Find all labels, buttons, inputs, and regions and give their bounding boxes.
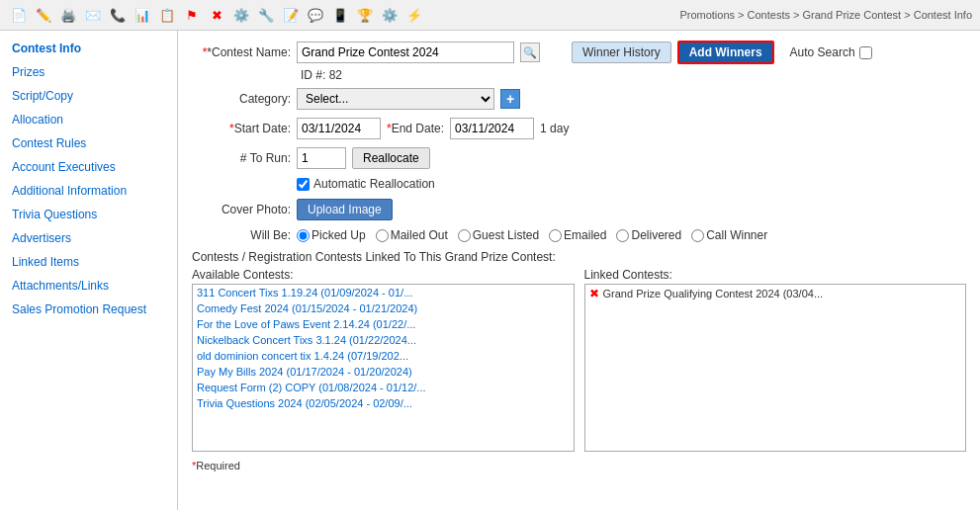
radio-mailed-out[interactable]: Mailed Out [376, 228, 448, 242]
will-be-row: Will Be: Picked Up Mailed Out Guest List… [192, 228, 966, 242]
category-row: Category: Select... + [192, 88, 966, 110]
upload-image-button[interactable]: Upload Image [297, 199, 393, 220]
gear-icon[interactable]: ⚙️ [230, 4, 252, 26]
linked-list-item[interactable]: ✖ Grand Prize Qualifying Contest 2024 (0… [585, 285, 966, 302]
remove-linked-icon[interactable]: ✖ [589, 287, 599, 300]
end-date-input[interactable] [450, 118, 534, 139]
cover-photo-row: Cover Photo: Upload Image [192, 199, 966, 220]
day-count: 1 day [540, 122, 569, 135]
chart-icon[interactable]: 📊 [132, 4, 153, 26]
reallocate-button[interactable]: Reallocate [352, 147, 430, 169]
available-contests-list[interactable]: 311 Concert Tixs 1.19.24 (01/09/2024 - 0… [192, 284, 575, 452]
start-date-input[interactable] [297, 118, 381, 139]
sidebar-item-trivia-questions[interactable]: Trivia Questions [0, 203, 177, 226]
linked-contests-wrapper: Linked Contests: ✖ Grand Prize Qualifyin… [584, 268, 967, 452]
to-run-row: # To Run: Reallocate [192, 147, 966, 169]
radio-call-winner-label: Call Winner [706, 228, 767, 242]
linked-contests-label: Linked Contests: [584, 268, 967, 282]
sidebar-item-contest-rules[interactable]: Contest Rules [0, 131, 177, 155]
wrench-icon[interactable]: 🔧 [255, 4, 277, 26]
sidebar-item-script-copy[interactable]: Script/Copy [0, 84, 177, 108]
toolbar: 📄 ✏️ 🖨️ ✉️ 📞 📊 📋 ⚑ ✖ ⚙️ 🔧 📝 💬 📱 🏆 ⚙️ ⚡ P… [0, 0, 980, 31]
available-contests-wrapper: Available Contests: 311 Concert Tixs 1.1… [192, 268, 575, 452]
list-item[interactable]: Request Form (2) COPY (01/08/2024 - 01/1… [193, 380, 574, 395]
radio-emailed-label: Emailed [564, 228, 606, 242]
sidebar-item-sales-promo[interactable]: Sales Promotion Request [0, 298, 177, 321]
email-icon[interactable]: ✉️ [82, 4, 104, 26]
contest-name-label: **Contest Name: [192, 45, 291, 59]
list-item[interactable]: Pay My Bills 2024 (01/17/2024 - 01/20/20… [193, 364, 574, 380]
config-icon[interactable]: ⚙️ [379, 4, 401, 26]
contest-name-row: **Contest Name: 🔍 Winner History Add Win… [192, 41, 966, 64]
radio-picked-up-input[interactable] [297, 229, 310, 242]
list-item[interactable]: For the Love of Paws Event 2.14.24 (01/2… [193, 316, 574, 332]
available-contests-label: Available Contests: [192, 268, 575, 282]
sidebar-item-contest-info[interactable]: Contest Info [0, 37, 177, 60]
phone-icon[interactable]: 📞 [107, 4, 129, 26]
content-area: **Contest Name: 🔍 Winner History Add Win… [178, 31, 980, 510]
radio-mailed-out-label: Mailed Out [391, 228, 448, 242]
list-item[interactable]: Trivia Questions 2024 (02/05/2024 - 02/0… [193, 395, 574, 411]
toolbar-icons: 📄 ✏️ 🖨️ ✉️ 📞 📊 📋 ⚑ ✖ ⚙️ 🔧 📝 💬 📱 🏆 ⚙️ ⚡ [8, 4, 425, 26]
note-icon[interactable]: 📝 [280, 4, 302, 26]
will-be-radio-group: Picked Up Mailed Out Guest Listed Emaile… [297, 228, 767, 242]
clipboard-icon[interactable]: 📋 [156, 4, 178, 26]
radio-delivered-input[interactable] [616, 229, 629, 242]
list-item[interactable]: old dominion concert tix 1.4.24 (07/19/2… [193, 348, 574, 364]
radio-picked-up[interactable]: Picked Up [297, 228, 366, 242]
sidebar-item-attachments-links[interactable]: Attachments/Links [0, 274, 177, 298]
bolt-icon[interactable]: ⚡ [403, 4, 425, 26]
add-winners-button[interactable]: Add Winners [677, 41, 774, 64]
sidebar-item-additional-info[interactable]: Additional Information [0, 179, 177, 203]
list-item[interactable]: Comedy Fest 2024 (01/15/2024 - 01/21/202… [193, 300, 574, 316]
list-item[interactable]: 311 Concert Tixs 1.19.24 (01/09/2024 - 0… [193, 285, 574, 300]
list-item[interactable]: Nickelback Concert Tixs 3.1.24 (01/22/20… [193, 332, 574, 348]
cover-photo-label: Cover Photo: [192, 203, 291, 216]
add-category-icon[interactable]: + [500, 89, 520, 109]
contest-name-input[interactable] [297, 42, 514, 63]
print-icon[interactable]: 🖨️ [57, 4, 79, 26]
radio-emailed[interactable]: Emailed [549, 228, 606, 242]
radio-mailed-out-input[interactable] [376, 229, 389, 242]
sidebar-item-prizes[interactable]: Prizes [0, 60, 177, 84]
end-date-label: *End Date: [387, 122, 444, 135]
mobile-icon[interactable]: 📱 [329, 4, 351, 26]
comment-icon[interactable]: 💬 [305, 4, 326, 26]
sidebar-item-advertisers[interactable]: Advertisers [0, 226, 177, 250]
auto-search-checkbox[interactable] [859, 46, 872, 59]
sidebar-item-account-executives[interactable]: Account Executives [0, 155, 177, 179]
radio-call-winner[interactable]: Call Winner [691, 228, 767, 242]
required-text: Required [196, 460, 240, 471]
main-layout: Contest Info Prizes Script/Copy Allocati… [0, 31, 980, 510]
category-select[interactable]: Select... [297, 88, 494, 110]
radio-picked-up-label: Picked Up [312, 228, 366, 242]
sidebar: Contest Info Prizes Script/Copy Allocati… [0, 31, 178, 510]
start-date-label: *Start Date: [192, 122, 291, 135]
flag-icon[interactable]: ⚑ [181, 4, 203, 26]
auto-reallocation-row: Automatic Reallocation [297, 177, 966, 191]
delete-icon[interactable]: ✖ [206, 4, 227, 26]
breadcrumb: Promotions > Contests > Grand Prize Cont… [679, 9, 972, 21]
new-icon[interactable]: 📄 [8, 4, 30, 26]
sidebar-item-linked-items[interactable]: Linked Items [0, 250, 177, 274]
linked-item-label: Grand Prize Qualifying Contest 2024 (03/… [603, 288, 824, 299]
trophy-icon[interactable]: 🏆 [354, 4, 376, 26]
edit-icon[interactable]: ✏️ [33, 4, 54, 26]
radio-delivered[interactable]: Delivered [616, 228, 681, 242]
contest-search-icon[interactable]: 🔍 [520, 43, 540, 62]
linked-section: Contests / Registration Contests Linked … [192, 250, 966, 452]
id-row: ID #: 82 [192, 68, 966, 82]
to-run-input[interactable] [297, 147, 346, 169]
linked-contests-list[interactable]: ✖ Grand Prize Qualifying Contest 2024 (0… [584, 284, 967, 452]
category-label: Category: [192, 92, 291, 106]
winner-history-button[interactable]: Winner History [572, 42, 671, 63]
will-be-label: Will Be: [192, 228, 291, 242]
radio-call-winner-input[interactable] [691, 229, 704, 242]
radio-emailed-input[interactable] [549, 229, 562, 242]
radio-guest-listed-input[interactable] [458, 229, 471, 242]
sidebar-item-allocation[interactable]: Allocation [0, 108, 177, 131]
auto-reallocation-checkbox[interactable] [297, 178, 310, 191]
dates-row: *Start Date: *End Date: 1 day [192, 118, 966, 139]
radio-guest-listed[interactable]: Guest Listed [458, 228, 539, 242]
id-label: ID #: 82 [301, 68, 342, 82]
